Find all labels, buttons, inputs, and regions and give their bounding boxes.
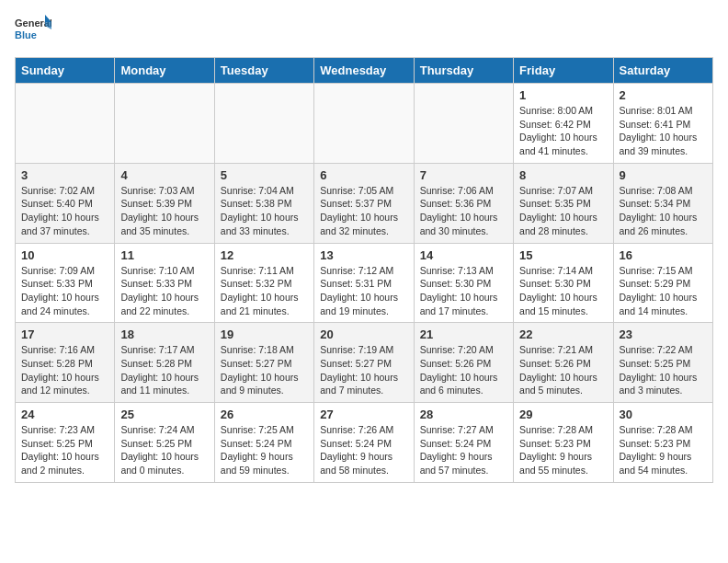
week-row-5: 24Sunrise: 7:23 AM Sunset: 5:25 PM Dayli… [16,403,713,483]
day-number: 8 [519,168,607,182]
day-info: Sunrise: 7:03 AM Sunset: 5:39 PM Dayligh… [120,184,208,238]
weekday-header-tuesday: Tuesday [214,58,313,84]
day-number: 25 [120,408,208,421]
calendar-cell: 15Sunrise: 7:14 AM Sunset: 5:30 PM Dayli… [514,243,613,323]
day-number: 24 [21,408,108,421]
calendar-cell: 28Sunrise: 7:27 AM Sunset: 5:24 PM Dayli… [414,403,513,483]
day-info: Sunrise: 7:15 AM Sunset: 5:29 PM Dayligh… [620,264,707,318]
day-number: 30 [620,408,707,421]
day-info: Sunrise: 7:22 AM Sunset: 5:25 PM Dayligh… [620,343,707,397]
calendar-cell: 26Sunrise: 7:25 AM Sunset: 5:24 PM Dayli… [214,403,313,483]
day-number: 7 [420,168,507,182]
day-number: 23 [620,327,707,341]
calendar-cell: 5Sunrise: 7:04 AM Sunset: 5:38 PM Daylig… [214,163,313,243]
calendar-cell: 16Sunrise: 7:15 AM Sunset: 5:29 PM Dayli… [613,243,712,323]
page-header: General Blue [15,15,713,48]
day-info: Sunrise: 7:21 AM Sunset: 5:26 PM Dayligh… [519,343,607,397]
calendar-cell: 12Sunrise: 7:11 AM Sunset: 5:32 PM Dayli… [214,243,313,323]
calendar-cell [115,84,214,164]
calendar-cell: 1Sunrise: 8:00 AM Sunset: 6:42 PM Daylig… [514,84,613,164]
day-number: 10 [21,248,108,262]
day-info: Sunrise: 7:20 AM Sunset: 5:26 PM Dayligh… [420,343,507,397]
day-number: 28 [420,408,507,421]
calendar-cell: 22Sunrise: 7:21 AM Sunset: 5:26 PM Dayli… [514,323,613,403]
day-info: Sunrise: 7:13 AM Sunset: 5:30 PM Dayligh… [420,264,507,318]
weekday-header-sunday: Sunday [16,58,115,84]
day-info: Sunrise: 7:27 AM Sunset: 5:24 PM Dayligh… [420,423,507,477]
week-row-3: 10Sunrise: 7:09 AM Sunset: 5:33 PM Dayli… [16,243,713,323]
day-info: Sunrise: 7:09 AM Sunset: 5:33 PM Dayligh… [21,264,108,318]
day-number: 21 [420,327,507,341]
day-info: Sunrise: 7:25 AM Sunset: 5:24 PM Dayligh… [221,423,308,477]
day-info: Sunrise: 7:28 AM Sunset: 5:23 PM Dayligh… [620,423,707,477]
day-number: 16 [620,248,707,262]
weekday-header-monday: Monday [115,58,214,84]
calendar-cell: 18Sunrise: 7:17 AM Sunset: 5:28 PM Dayli… [115,323,214,403]
calendar-cell: 11Sunrise: 7:10 AM Sunset: 5:33 PM Dayli… [115,243,214,323]
week-row-2: 3Sunrise: 7:02 AM Sunset: 5:40 PM Daylig… [16,163,713,243]
day-info: Sunrise: 7:18 AM Sunset: 5:27 PM Dayligh… [221,343,308,397]
calendar-cell: 24Sunrise: 7:23 AM Sunset: 5:25 PM Dayli… [16,403,115,483]
calendar-cell: 6Sunrise: 7:05 AM Sunset: 5:37 PM Daylig… [314,163,414,243]
weekday-header-row: SundayMondayTuesdayWednesdayThursdayFrid… [16,58,713,84]
calendar-cell: 29Sunrise: 7:28 AM Sunset: 5:23 PM Dayli… [514,403,613,483]
day-number: 26 [221,408,308,421]
weekday-header-saturday: Saturday [613,58,712,84]
day-number: 3 [21,168,108,182]
week-row-1: 1Sunrise: 8:00 AM Sunset: 6:42 PM Daylig… [16,84,713,164]
day-info: Sunrise: 7:23 AM Sunset: 5:25 PM Dayligh… [21,423,108,477]
day-info: Sunrise: 7:24 AM Sunset: 5:25 PM Dayligh… [120,423,208,477]
calendar-cell: 13Sunrise: 7:12 AM Sunset: 5:31 PM Dayli… [314,243,414,323]
calendar-cell [414,84,513,164]
weekday-header-wednesday: Wednesday [314,58,414,84]
day-info: Sunrise: 7:04 AM Sunset: 5:38 PM Dayligh… [221,184,308,238]
day-info: Sunrise: 8:00 AM Sunset: 6:42 PM Dayligh… [519,104,607,158]
day-number: 13 [320,248,407,262]
calendar-table: SundayMondayTuesdayWednesdayThursdayFrid… [15,57,713,483]
calendar-cell: 4Sunrise: 7:03 AM Sunset: 5:39 PM Daylig… [115,163,214,243]
calendar-cell: 2Sunrise: 8:01 AM Sunset: 6:41 PM Daylig… [613,84,712,164]
day-info: Sunrise: 7:05 AM Sunset: 5:37 PM Dayligh… [320,184,407,238]
day-info: Sunrise: 7:11 AM Sunset: 5:32 PM Dayligh… [221,264,308,318]
calendar-cell [314,84,414,164]
day-info: Sunrise: 7:17 AM Sunset: 5:28 PM Dayligh… [120,343,208,397]
day-number: 4 [120,168,208,182]
day-number: 17 [21,327,108,341]
logo: General Blue [15,15,51,48]
calendar-cell: 30Sunrise: 7:28 AM Sunset: 5:23 PM Dayli… [613,403,712,483]
day-number: 1 [519,88,607,102]
logo-icon: General Blue [15,15,51,48]
day-number: 29 [519,408,607,421]
day-number: 18 [120,327,208,341]
calendar-cell: 20Sunrise: 7:19 AM Sunset: 5:27 PM Dayli… [314,323,414,403]
calendar-cell: 8Sunrise: 7:07 AM Sunset: 5:35 PM Daylig… [514,163,613,243]
calendar-cell [214,84,313,164]
day-info: Sunrise: 7:19 AM Sunset: 5:27 PM Dayligh… [320,343,407,397]
weekday-header-thursday: Thursday [414,58,513,84]
day-number: 2 [620,88,707,102]
day-number: 5 [221,168,308,182]
calendar-cell: 25Sunrise: 7:24 AM Sunset: 5:25 PM Dayli… [115,403,214,483]
calendar-cell: 3Sunrise: 7:02 AM Sunset: 5:40 PM Daylig… [16,163,115,243]
svg-text:Blue: Blue [15,29,37,40]
calendar-cell: 23Sunrise: 7:22 AM Sunset: 5:25 PM Dayli… [613,323,712,403]
day-info: Sunrise: 7:12 AM Sunset: 5:31 PM Dayligh… [320,264,407,318]
day-number: 11 [120,248,208,262]
day-number: 22 [519,327,607,341]
day-number: 6 [320,168,407,182]
day-number: 9 [620,168,707,182]
day-info: Sunrise: 7:28 AM Sunset: 5:23 PM Dayligh… [519,423,607,477]
calendar-cell: 10Sunrise: 7:09 AM Sunset: 5:33 PM Dayli… [16,243,115,323]
calendar-cell: 17Sunrise: 7:16 AM Sunset: 5:28 PM Dayli… [16,323,115,403]
calendar-cell: 21Sunrise: 7:20 AM Sunset: 5:26 PM Dayli… [414,323,513,403]
calendar-cell: 9Sunrise: 7:08 AM Sunset: 5:34 PM Daylig… [613,163,712,243]
day-info: Sunrise: 8:01 AM Sunset: 6:41 PM Dayligh… [620,104,707,158]
day-info: Sunrise: 7:10 AM Sunset: 5:33 PM Dayligh… [120,264,208,318]
day-number: 20 [320,327,407,341]
calendar-cell: 14Sunrise: 7:13 AM Sunset: 5:30 PM Dayli… [414,243,513,323]
day-number: 15 [519,248,607,262]
calendar-cell: 19Sunrise: 7:18 AM Sunset: 5:27 PM Dayli… [214,323,313,403]
day-info: Sunrise: 7:14 AM Sunset: 5:30 PM Dayligh… [519,264,607,318]
day-number: 27 [320,408,407,421]
day-number: 12 [221,248,308,262]
